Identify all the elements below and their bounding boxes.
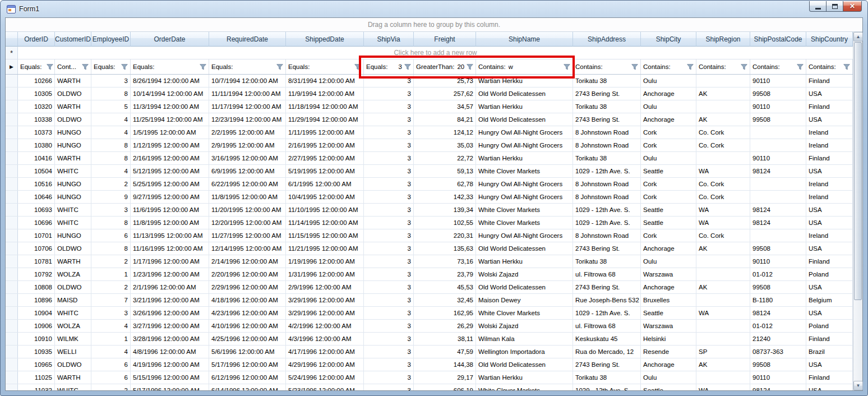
filter-icon[interactable]: [47, 64, 53, 70]
grid-cell[interactable]: 3: [364, 294, 414, 306]
grid-cell[interactable]: 3/29/1996 12:00:00 AM: [286, 294, 364, 306]
grid-cell[interactable]: 6: [91, 358, 131, 371]
grid-cell[interactable]: 1029 - 12th Ave. S.: [573, 217, 641, 229]
grid-cell[interactable]: 3: [364, 178, 414, 190]
row-indicator[interactable]: [6, 178, 18, 190]
grid-cell[interactable]: Maison Dewey: [476, 294, 573, 306]
grid-cell[interactable]: 2743 Bering St.: [573, 88, 641, 100]
filter-cell-shipcountry[interactable]: Contains:: [806, 59, 853, 74]
grid-cell[interactable]: Helsinki: [641, 333, 696, 345]
grid-cell[interactable]: 98124: [750, 165, 806, 177]
grid-cell[interactable]: 5/12/1995 12:00:00 AM: [131, 165, 209, 177]
grid-cell[interactable]: 11/25/1994 12:00:00 AM: [131, 113, 209, 126]
grid-cell[interactable]: 90110: [750, 75, 806, 87]
grid-cell[interactable]: 12/14/1995 12:00:00 AM: [209, 242, 286, 255]
row-indicator[interactable]: [6, 307, 18, 319]
grid-cell[interactable]: 5/23/1996 12:00:00 AM: [286, 384, 364, 390]
grid-cell[interactable]: WILMK: [55, 333, 91, 345]
row-indicator[interactable]: [6, 371, 18, 384]
grid-cell[interactable]: [750, 191, 806, 203]
grid-cell[interactable]: OLDWO: [55, 281, 91, 293]
grid-cell[interactable]: 257,62: [414, 88, 476, 100]
grid-cell[interactable]: 12/23/1994 12:00:00 AM: [209, 113, 286, 126]
grid-cell[interactable]: 6/9/1995 12:00:00 AM: [209, 165, 286, 177]
grid-cell[interactable]: WA: [696, 217, 750, 229]
grid-cell[interactable]: Wellington Importadora: [476, 346, 573, 358]
grid-cell[interactable]: 9/27/1995 12:00:00 AM: [131, 191, 209, 203]
grid-cell[interactable]: OLDWO: [55, 88, 91, 100]
row-indicator[interactable]: [6, 191, 18, 203]
grid-cell[interactable]: 32,45: [414, 294, 476, 306]
grid-cell[interactable]: 3: [364, 255, 414, 268]
filter-icon[interactable]: [564, 64, 570, 70]
grid-cell[interactable]: Oulu: [641, 75, 696, 87]
grid-cell[interactable]: 01-012: [750, 268, 806, 280]
grid-cell[interactable]: Old World Delicatessen: [476, 242, 573, 255]
grid-cell[interactable]: Anchorage: [641, 242, 696, 255]
grid-cell[interactable]: Seattle: [641, 204, 696, 216]
grid-cell[interactable]: Hungry Owl All-Night Grocers: [476, 229, 573, 242]
grid-cell[interactable]: Seattle: [641, 217, 696, 229]
grid-cell[interactable]: USA: [806, 217, 853, 229]
grid-cell[interactable]: Wartian Herkku: [476, 255, 573, 268]
grid-cell[interactable]: Co. Cork: [696, 139, 750, 151]
filter-icon[interactable]: [741, 64, 747, 70]
grid-cell[interactable]: 2743 Bering St.: [573, 281, 641, 293]
grid-cell[interactable]: Wilman Kala: [476, 333, 573, 345]
grid-cell[interactable]: 21240: [750, 333, 806, 345]
scroll-down-icon[interactable]: ▼: [853, 381, 863, 390]
filter-icon[interactable]: [687, 64, 694, 70]
filter-icon[interactable]: [200, 64, 206, 70]
grid-cell[interactable]: 4: [91, 165, 131, 177]
grid-cell[interactable]: WHITC: [55, 217, 91, 229]
row-indicator[interactable]: [6, 242, 18, 255]
grid-cell[interactable]: [696, 371, 750, 384]
grid-cell[interactable]: WOLZA: [55, 268, 91, 280]
grid-cell[interactable]: Finland: [806, 255, 853, 268]
row-indicator[interactable]: [6, 294, 18, 306]
grid-cell[interactable]: 10896: [18, 294, 55, 306]
grid-cell[interactable]: Wolski Zajazd: [476, 268, 573, 280]
row-indicator[interactable]: [6, 113, 18, 126]
row-indicator[interactable]: [6, 75, 18, 87]
grid-cell[interactable]: 11/8/1995 12:00:00 AM: [209, 191, 286, 203]
grid-cell[interactable]: Wartian Herkku: [476, 100, 573, 113]
row-indicator[interactable]: [6, 281, 18, 293]
grid-cell[interactable]: Keskuskatu 45: [573, 333, 641, 345]
grid-cell[interactable]: 3/29/1996 12:00:00 AM: [286, 307, 364, 319]
grid-cell[interactable]: Finland: [806, 75, 853, 87]
grid-cell[interactable]: Ireland: [806, 139, 853, 151]
filter-icon[interactable]: [276, 64, 283, 70]
grid-cell[interactable]: 5/24/1996 12:00:00 AM: [286, 371, 364, 384]
grid-cell[interactable]: USA: [806, 358, 853, 371]
grid-cell[interactable]: [750, 178, 806, 190]
row-indicator[interactable]: [6, 268, 18, 280]
grid-cell[interactable]: Ireland: [806, 178, 853, 190]
grid-cell[interactable]: Old World Delicatessen: [476, 113, 573, 126]
grid-cell[interactable]: 2: [91, 178, 131, 190]
grid-cell[interactable]: 8/26/1994 12:00:00 AM: [131, 75, 209, 87]
grid-cell[interactable]: USA: [806, 281, 853, 293]
close-button[interactable]: ✕: [843, 1, 862, 12]
grid-cell[interactable]: 5/25/1995 12:00:00 AM: [131, 178, 209, 190]
grid-cell[interactable]: Hungry Owl All-Night Grocers: [476, 139, 573, 151]
grid-cell[interactable]: 10910: [18, 333, 55, 345]
grid-cell[interactable]: WARTH: [55, 152, 91, 164]
grid-cell[interactable]: 6/1/1995 12:00:00 AM: [286, 178, 364, 190]
grid-cell[interactable]: 84,21: [414, 113, 476, 126]
grid-cell[interactable]: Ireland: [806, 126, 853, 139]
grid-cell[interactable]: 10266: [18, 75, 55, 87]
grid-cell[interactable]: 2/9/1996 12:00:00 AM: [286, 281, 364, 293]
grid-cell[interactable]: 1: [91, 268, 131, 280]
grid-cell[interactable]: 11/27/1995 12:00:00 AM: [209, 229, 286, 242]
grid-cell[interactable]: 3: [364, 88, 414, 100]
grid-cell[interactable]: MAISD: [55, 294, 91, 306]
filter-cell-shippeddate[interactable]: Equals:: [286, 59, 364, 74]
filter-icon[interactable]: [631, 64, 638, 70]
row-indicator[interactable]: [6, 126, 18, 139]
row-indicator[interactable]: [6, 165, 18, 177]
grid-cell[interactable]: 35,03: [414, 139, 476, 151]
grid-cell[interactable]: 4: [91, 320, 131, 332]
grid-cell[interactable]: 98124: [750, 384, 806, 390]
grid-cell[interactable]: USA: [806, 113, 853, 126]
